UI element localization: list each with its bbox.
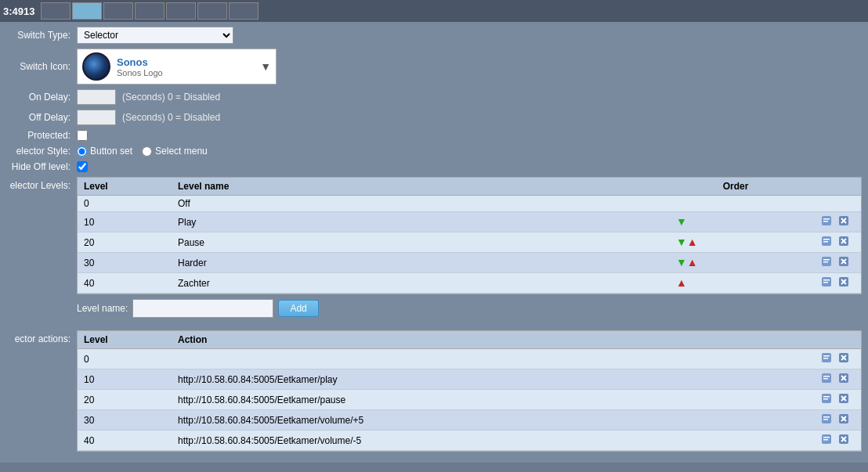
on-delay-label: On Delay:	[6, 92, 77, 103]
arrow-up-icon[interactable]: ▲	[676, 276, 687, 289]
svg-rect-32	[823, 378, 828, 380]
arrow-down-icon[interactable]: ▼	[676, 256, 687, 268]
select-menu-option[interactable]: Select menu	[142, 146, 208, 157]
actions-section: ector actions: Level Action 0	[6, 330, 862, 452]
level-cell: 30	[78, 253, 172, 273]
level-name-label: Level name:	[77, 303, 128, 314]
button-set-label: Button set	[90, 146, 132, 157]
table-row: 10 Play ▼	[78, 212, 861, 232]
tab-5[interactable]	[166, 2, 196, 20]
selector-style-radio-group: Button set Select menu	[77, 146, 208, 157]
dropdown-arrow-icon: ▼	[260, 60, 271, 73]
actions-table-container: Level Action 0 10 http://10.58.60.84:500…	[77, 330, 862, 452]
action-level-cell: 20	[78, 390, 172, 410]
delete-icon[interactable]	[837, 415, 850, 427]
levels-section-label: elector Levels:	[6, 177, 77, 324]
table-row: 10 http://10.58.60.84:5005/Eetkamer/play	[78, 369, 861, 390]
svg-rect-44	[823, 419, 828, 420]
level-cell: 20	[78, 232, 172, 253]
action-btn-cell	[814, 369, 861, 390]
button-set-option[interactable]: Button set	[77, 146, 132, 157]
edit-icon[interactable]	[820, 395, 836, 407]
table-row: 40 Zachter ▲	[78, 273, 861, 294]
action-btn-cell	[814, 390, 861, 410]
arrow-down-icon[interactable]: ▼	[676, 236, 687, 248]
edit-icon[interactable]	[820, 374, 836, 387]
delete-icon[interactable]	[837, 237, 850, 250]
sonos-logo-image	[84, 54, 109, 79]
edit-icon[interactable]	[820, 258, 836, 270]
on-delay-input[interactable]: 0	[77, 89, 116, 105]
edit-icon[interactable]	[820, 278, 836, 290]
table-row: 30 http://10.58.60.84:5005/Eetkamer/volu…	[78, 410, 861, 431]
select-menu-radio[interactable]	[142, 146, 152, 157]
arrow-down-icon[interactable]: ▼	[676, 215, 687, 228]
tab-7[interactable]	[229, 2, 259, 20]
edit-icon[interactable]	[820, 217, 836, 229]
arrow-up-icon[interactable]: ▲	[687, 256, 698, 268]
level-name-row: Level name: Add	[77, 299, 862, 318]
button-set-radio[interactable]	[77, 146, 87, 157]
edit-icon[interactable]	[820, 415, 836, 427]
tab-1[interactable]	[41, 2, 71, 20]
delete-icon[interactable]	[837, 435, 850, 448]
svg-rect-1	[823, 218, 830, 220]
switch-icon-dropdown[interactable]: Sonos Sonos Logo ▼	[77, 49, 277, 85]
delete-icon[interactable]	[837, 395, 850, 407]
svg-rect-26	[823, 358, 828, 359]
off-delay-input[interactable]: 0	[77, 110, 116, 125]
svg-rect-14	[823, 261, 828, 263]
level-cell: 10	[78, 212, 172, 232]
levels-table-header: Level Level name Order	[78, 178, 861, 196]
on-delay-hint: (Seconds) 0 = Disabled	[122, 92, 220, 103]
off-delay-label: Off Delay:	[6, 112, 77, 123]
levels-section: elector Levels: Level Level name Order 0…	[6, 177, 862, 324]
action-col-header: Action	[172, 331, 814, 349]
edit-icon[interactable]	[820, 435, 836, 448]
levels-table-container: Level Level name Order 0 Off 10 Play ▼	[77, 177, 862, 324]
switch-type-label: Switch Type:	[6, 30, 77, 41]
svg-rect-13	[823, 259, 830, 261]
tab-3[interactable]	[103, 2, 133, 20]
edit-icon[interactable]	[820, 237, 836, 250]
level-cell: 0	[78, 196, 172, 212]
action-cell	[814, 212, 861, 232]
delete-icon[interactable]	[837, 354, 850, 366]
icon-name: Sonos	[117, 56, 260, 68]
arrow-up-icon[interactable]: ▲	[687, 236, 698, 248]
delete-icon[interactable]	[837, 278, 850, 290]
tab-2[interactable]	[72, 2, 102, 20]
action-url-cell	[172, 349, 814, 369]
tab-6[interactable]	[197, 2, 227, 20]
icon-text-block: Sonos Sonos Logo	[117, 56, 260, 77]
selector-style-label: elector Style:	[6, 146, 77, 157]
delete-icon[interactable]	[837, 258, 850, 270]
action-cell	[814, 232, 861, 253]
action-level-cell: 40	[78, 431, 172, 451]
order-cell: ▼▲	[657, 232, 814, 253]
action-btn-cell	[814, 349, 861, 369]
protected-checkbox[interactable]	[77, 130, 88, 141]
main-content: Switch Type: Selector Toggle Button Swit…	[0, 22, 868, 463]
hide-off-level-checkbox[interactable]	[77, 161, 88, 172]
svg-rect-49	[823, 437, 830, 438]
tab-bar	[41, 2, 865, 20]
off-delay-hint: (Seconds) 0 = Disabled	[122, 112, 220, 123]
delete-icon[interactable]	[837, 374, 850, 387]
action-url-cell: http://10.58.60.84:5005/Eetkamer/pause	[172, 390, 814, 410]
level-name-cell: Pause	[172, 232, 657, 253]
tab-4[interactable]	[135, 2, 165, 20]
edit-icon[interactable]	[820, 354, 836, 366]
order-col-header: Order	[657, 178, 814, 196]
action-level-cell: 0	[78, 349, 172, 369]
add-level-button[interactable]: Add	[278, 300, 318, 317]
protected-label: Protected:	[6, 130, 77, 141]
switch-type-row: Switch Type: Selector Toggle Button	[6, 27, 862, 44]
level-name-input[interactable]	[132, 299, 273, 318]
svg-rect-43	[823, 416, 830, 418]
svg-rect-25	[823, 355, 830, 357]
svg-rect-7	[823, 239, 830, 240]
svg-rect-50	[823, 439, 828, 441]
switch-type-select[interactable]: Selector Toggle Button	[77, 27, 233, 44]
delete-icon[interactable]	[837, 217, 850, 229]
